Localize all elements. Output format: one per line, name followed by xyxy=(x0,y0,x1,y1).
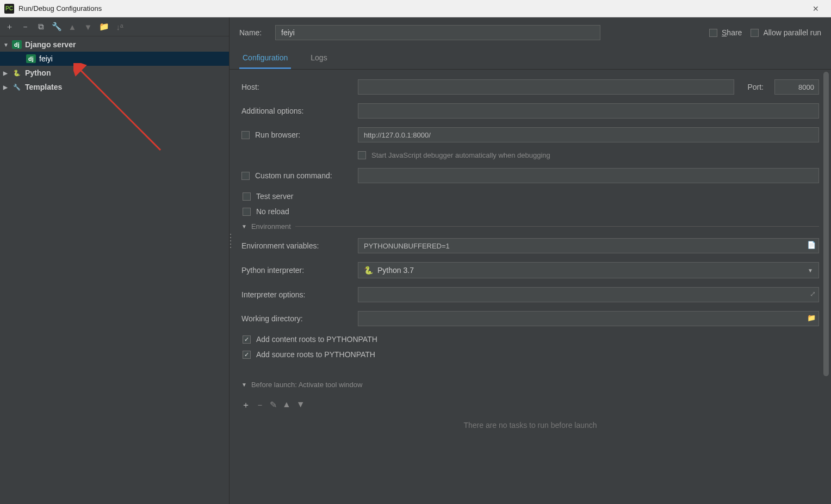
divider xyxy=(295,226,819,227)
chevron-down-icon[interactable]: ▼ xyxy=(241,382,247,388)
no-tasks-label: There are no tasks to run before launch xyxy=(241,416,819,434)
port-label: Port: xyxy=(747,83,764,91)
tree-toolbar: ＋ － ⧉ 🔧 ▲ ▼ 📁 ↓ª xyxy=(0,17,229,36)
interpreter-value: Python 3.7 xyxy=(377,266,414,275)
checkbox-icon[interactable] xyxy=(709,29,717,37)
config-form: Host: Port: Additional options: Run brow… xyxy=(230,70,831,504)
run-browser-label: Run browser: xyxy=(255,130,300,139)
add-icon[interactable]: ＋ xyxy=(241,400,250,411)
add-icon[interactable]: ＋ xyxy=(3,21,15,33)
custom-run-checkbox[interactable] xyxy=(241,172,250,180)
source-roots-label: Add source roots to PYTHONPATH xyxy=(256,350,375,359)
start-js-checkbox[interactable] xyxy=(358,151,366,159)
name-row: Name: Share Allow parallel run xyxy=(230,17,831,47)
browse-icon[interactable]: 📄 xyxy=(807,241,816,249)
scrollbar-thumb[interactable] xyxy=(823,72,829,376)
chevron-down-icon[interactable]: ▼ xyxy=(241,223,247,229)
envvars-input[interactable] xyxy=(358,238,819,253)
share-checkbox[interactable]: Share xyxy=(709,28,742,37)
remove-icon[interactable]: － xyxy=(19,21,31,33)
python-icon: 🐍 xyxy=(364,266,373,275)
run-browser-checkbox[interactable] xyxy=(241,131,250,139)
tree-node-templates[interactable]: ▶ 🔧 Templates xyxy=(0,80,229,94)
host-input[interactable] xyxy=(358,79,734,95)
config-tree[interactable]: ▼ dj Django server dj feiyi ▶ 🐍 Python ▶… xyxy=(0,36,229,504)
config-tree-panel: ＋ － ⧉ 🔧 ▲ ▼ 📁 ↓ª ▼ dj Django server dj f… xyxy=(0,17,230,504)
start-js-label: Start JavaScript debugger automatically … xyxy=(371,151,550,159)
envvars-label: Environment variables: xyxy=(241,241,350,250)
interpreter-label: Python interpreter: xyxy=(241,266,350,275)
parallel-checkbox[interactable]: Allow parallel run xyxy=(751,28,821,37)
source-roots-checkbox[interactable] xyxy=(243,351,251,359)
tree-node-python[interactable]: ▶ 🐍 Python xyxy=(0,66,229,80)
window-title: Run/Debug Configurations xyxy=(18,4,805,13)
splitter-grip[interactable] xyxy=(229,234,232,248)
before-launch-section[interactable]: ▼ Before launch: Activate tool window xyxy=(241,381,819,389)
test-server-label: Test server xyxy=(256,192,293,201)
wrench-icon: 🔧 xyxy=(12,83,22,91)
chevron-down-icon[interactable]: ▼ xyxy=(3,42,12,48)
workdir-input[interactable] xyxy=(358,311,819,326)
name-input[interactable] xyxy=(275,25,600,40)
custom-run-input[interactable] xyxy=(358,168,819,183)
tree-node-django-server[interactable]: ▼ dj Django server xyxy=(0,38,229,52)
environment-section[interactable]: ▼ Environment xyxy=(241,222,819,231)
up-icon[interactable]: ▲ xyxy=(66,21,78,33)
no-reload-label: No reload xyxy=(256,207,289,216)
app-icon: PC xyxy=(4,4,14,14)
tree-node-feiyi[interactable]: dj feiyi xyxy=(0,52,229,66)
tree-label: Python xyxy=(25,69,51,77)
no-reload-checkbox[interactable] xyxy=(243,208,251,216)
share-label: Share xyxy=(722,28,742,37)
down-icon[interactable]: ▼ xyxy=(296,400,305,411)
up-icon[interactable]: ▲ xyxy=(282,400,291,411)
tree-label: Django server xyxy=(25,40,76,49)
tab-logs[interactable]: Logs xyxy=(307,49,330,69)
scrollbar[interactable] xyxy=(823,72,829,482)
tree-label: Templates xyxy=(25,83,62,91)
content-roots-label: Add content roots to PYTHONPATH xyxy=(256,335,377,344)
section-label: Before launch: Activate tool window xyxy=(251,381,363,389)
chevron-right-icon[interactable]: ▶ xyxy=(3,84,12,90)
interp-opts-input[interactable] xyxy=(358,287,819,302)
parallel-label: Allow parallel run xyxy=(763,28,821,37)
chevron-right-icon[interactable]: ▶ xyxy=(3,70,12,76)
close-icon[interactable]: ✕ xyxy=(805,4,827,13)
workdir-label: Working directory: xyxy=(241,314,350,323)
interp-opts-label: Interpreter options: xyxy=(241,290,350,299)
wrench-icon[interactable]: 🔧 xyxy=(51,21,63,33)
checkbox-icon[interactable] xyxy=(751,29,759,37)
remove-icon[interactable]: － xyxy=(256,400,264,411)
test-server-checkbox[interactable] xyxy=(243,192,251,201)
before-launch-toolbar: ＋ － ✎ ▲ ▼ xyxy=(241,396,819,416)
expand-icon[interactable]: ⤢ xyxy=(810,290,816,298)
port-input[interactable] xyxy=(774,79,819,95)
tab-configuration[interactable]: Configuration xyxy=(239,49,291,69)
edit-icon[interactable]: ✎ xyxy=(270,400,277,411)
sort-icon[interactable]: ↓ª xyxy=(114,21,126,33)
folder-icon[interactable]: 📁 xyxy=(807,314,816,322)
config-editor-panel: Name: Share Allow parallel run Configura… xyxy=(230,17,831,504)
titlebar: PC Run/Debug Configurations ✕ xyxy=(0,0,831,17)
copy-icon[interactable]: ⧉ xyxy=(35,21,47,33)
chevron-down-icon[interactable]: ▼ xyxy=(808,267,813,273)
down-icon[interactable]: ▼ xyxy=(82,21,94,33)
content-roots-checkbox[interactable] xyxy=(243,335,251,344)
django-icon: dj xyxy=(12,40,22,49)
tabs: Configuration Logs xyxy=(230,49,831,70)
additional-options-input[interactable] xyxy=(358,103,819,119)
run-browser-input[interactable] xyxy=(358,127,819,142)
interpreter-select[interactable]: 🐍 Python 3.7 ▼ xyxy=(358,262,819,278)
section-label: Environment xyxy=(251,222,291,231)
host-label: Host: xyxy=(241,83,350,91)
python-icon: 🐍 xyxy=(12,69,22,77)
folder-icon[interactable]: 📁 xyxy=(98,21,110,33)
additional-options-label: Additional options: xyxy=(241,107,350,115)
tree-label: feiyi xyxy=(39,54,53,63)
django-icon: dj xyxy=(26,54,36,63)
custom-run-label: Custom run command: xyxy=(255,171,332,180)
name-label: Name: xyxy=(239,28,266,37)
